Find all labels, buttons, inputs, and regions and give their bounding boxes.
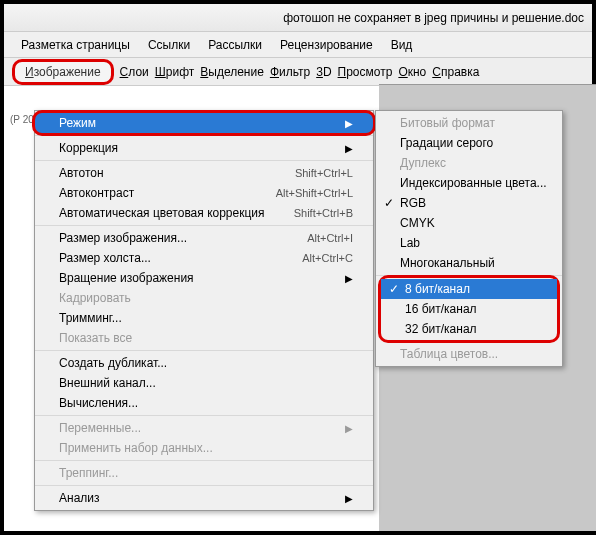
mode-submenu: Битовый формат Градации серого Дуплекс И… xyxy=(375,110,563,367)
mode-duotone: Дуплекс xyxy=(376,153,562,173)
mode-rgb[interactable]: RGB xyxy=(376,193,562,213)
menu-layers[interactable]: Слои xyxy=(120,65,149,79)
menu-correction[interactable]: Коррекция ▶ xyxy=(35,138,373,158)
menu-dataset: Применить набор данных... xyxy=(35,438,373,458)
mode-32bit[interactable]: 32 бит/канал xyxy=(381,319,557,339)
submenu-arrow-icon: ▶ xyxy=(345,273,353,284)
menu-revealall: Показать все xyxy=(35,328,373,348)
submenu-arrow-icon: ▶ xyxy=(345,143,353,154)
menu-review[interactable]: Рецензирование xyxy=(271,36,382,54)
mode-16bit[interactable]: 16 бит/канал xyxy=(381,299,557,319)
submenu-arrow-icon: ▶ xyxy=(345,423,353,434)
submenu-arrow-icon: ▶ xyxy=(345,493,353,504)
menu-filter[interactable]: Фильтр xyxy=(270,65,310,79)
document-title: фотошоп не сохраняет в jpeg причины и ре… xyxy=(283,11,584,25)
menu-trim[interactable]: Тримминг... xyxy=(35,308,373,328)
menu-links[interactable]: Ссылки xyxy=(139,36,199,54)
mode-colortable: Таблица цветов... xyxy=(376,344,562,364)
menu-image-label: зображение xyxy=(34,65,101,79)
menu-view[interactable]: Вид xyxy=(382,36,422,54)
mode-indexed[interactable]: Индексированные цвета... xyxy=(376,173,562,193)
menu-canvassize[interactable]: Размер холста...Alt+Ctrl+C xyxy=(35,248,373,268)
titlebar: фотошоп не сохраняет в jpeg причины и ре… xyxy=(4,4,592,32)
menu-mode[interactable]: Режим ▶ xyxy=(32,110,376,136)
menu-autotone[interactable]: АвтотонShift+Ctrl+L xyxy=(35,163,373,183)
menu-image[interactable]: Изображение xyxy=(12,59,114,85)
submenu-arrow-icon: ▶ xyxy=(345,118,353,129)
menu-correction-label: Коррекция xyxy=(59,141,118,155)
menu-crop: Кадрировать xyxy=(35,288,373,308)
mode-grayscale[interactable]: Градации серого xyxy=(376,133,562,153)
menu-mode-label: Режим xyxy=(59,116,96,130)
word-menubar: Разметка страницы Ссылки Рассылки Реценз… xyxy=(4,32,592,58)
menu-help[interactable]: Справка xyxy=(432,65,479,79)
side-panel-text: (Р 20 xyxy=(10,114,34,125)
ps-menubar: Изображение Слои Шрифт Выделение Фильтр … xyxy=(4,58,592,86)
bit-depth-group: 8 бит/канал 16 бит/канал 32 бит/канал xyxy=(378,275,560,343)
menu-trap: Треппинг... xyxy=(35,463,373,483)
mode-cmyk[interactable]: CMYK xyxy=(376,213,562,233)
menu-imagesize[interactable]: Размер изображения...Alt+Ctrl+I xyxy=(35,228,373,248)
mode-lab[interactable]: Lab xyxy=(376,233,562,253)
mode-bitmap: Битовый формат xyxy=(376,113,562,133)
menu-3d[interactable]: 3D xyxy=(316,65,331,79)
menu-duplicate[interactable]: Создать дубликат... xyxy=(35,353,373,373)
image-dropdown: Режим ▶ Коррекция ▶ АвтотонShift+Ctrl+L … xyxy=(34,110,374,511)
menu-variables: Переменные...▶ xyxy=(35,418,373,438)
menu-layout[interactable]: Разметка страницы xyxy=(12,36,139,54)
menu-font[interactable]: Шрифт xyxy=(155,65,194,79)
menu-view2[interactable]: Просмотр xyxy=(338,65,393,79)
menu-mailings[interactable]: Рассылки xyxy=(199,36,271,54)
mode-8bit[interactable]: 8 бит/канал xyxy=(381,279,557,299)
menu-rotation[interactable]: Вращение изображения▶ xyxy=(35,268,373,288)
menu-autocontrast[interactable]: АвтоконтрастAlt+Shift+Ctrl+L xyxy=(35,183,373,203)
menu-analysis[interactable]: Анализ▶ xyxy=(35,488,373,508)
menu-select[interactable]: Выделение xyxy=(200,65,264,79)
menu-window[interactable]: Окно xyxy=(398,65,426,79)
menu-autocolor[interactable]: Автоматическая цветовая коррекцияShift+C… xyxy=(35,203,373,223)
menu-calculations[interactable]: Вычисления... xyxy=(35,393,373,413)
menu-applyimage[interactable]: Внешний канал... xyxy=(35,373,373,393)
mode-multichannel[interactable]: Многоканальный xyxy=(376,253,562,273)
